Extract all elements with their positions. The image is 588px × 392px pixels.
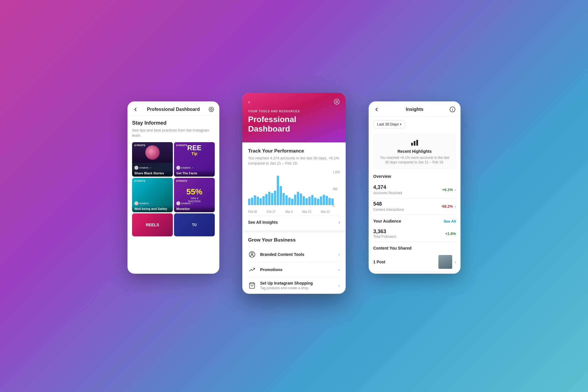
promotions-text: Promotions <box>260 267 283 272</box>
settings-icon-left[interactable] <box>208 106 215 113</box>
grid-posts-3: 6 POSTS <box>134 179 145 182</box>
branded-content-left: Branded Content Tools <box>248 250 304 258</box>
content-interactions-value: 548 <box>373 201 404 207</box>
followers-info: 3,363 Total Followers <box>373 229 396 239</box>
accounts-reached-label: Accounts Reached <box>373 191 402 195</box>
chart-bars <box>248 171 340 205</box>
bar-3 <box>254 195 256 205</box>
chart-x-axis: Feb 20 Feb 27 Mar 6 Mar 13 Mar 21 <box>248 210 340 213</box>
date-filter-button[interactable]: Last 30 Days ▾ <box>373 120 405 128</box>
back-button-center[interactable]: ‹ <box>248 99 250 105</box>
grid-item-6[interactable]: TU <box>174 213 215 236</box>
bar-22 <box>308 197 311 205</box>
bar-16 <box>291 199 293 205</box>
svg-point-0 <box>209 107 214 112</box>
bar-10 <box>274 191 276 205</box>
grid-posts-1: 6 POSTS <box>134 144 145 147</box>
content-interactions-change: -58.2% <box>441 204 453 208</box>
grid-label-4: Monetize <box>174 205 215 212</box>
x-label-1: Feb 20 <box>248 210 257 213</box>
accounts-reached-chevron: › <box>454 188 456 192</box>
bar-21 <box>305 198 308 205</box>
accounts-reached-change: +6.1% <box>442 188 453 192</box>
svg-point-9 <box>452 108 453 109</box>
circle-icon-center[interactable] <box>334 99 340 105</box>
center-screen: ‹ YOUR TOOLS AND RESOURCES Professional … <box>242 93 346 294</box>
bar-15 <box>288 198 291 205</box>
y-min: 0 <box>333 204 340 207</box>
bar-25 <box>317 199 319 205</box>
bar-26 <box>320 196 322 205</box>
bar-7 <box>265 194 268 205</box>
recent-highlights-desc: You reached +6.1% more accounts in the l… <box>378 155 451 165</box>
content-interactions-info: 548 Content Interactions <box>373 201 404 212</box>
grid-item-5[interactable]: REELS <box>132 213 173 236</box>
content-interactions-row[interactable]: 548 Content Interactions -58.2% › <box>373 198 456 215</box>
content-shared-section: Content You Shared 1 Post › <box>373 246 456 271</box>
grid-item-4[interactable]: 55% TIPS 4SUCCESS 8 POSTS creators ✓ Mon… <box>174 178 215 212</box>
post-row-chevron: › <box>454 260 456 264</box>
grid-label-3: Well-being and Safety <box>132 205 173 212</box>
recent-highlights-card: Recent Highlights You reached +6.1% more… <box>373 133 456 170</box>
see-all-chevron: › <box>339 220 340 225</box>
right-screen-title: Insights <box>380 107 449 112</box>
left-screen-header: Professional Dashboard <box>127 101 219 115</box>
right-screen-header: Insights <box>369 101 461 117</box>
content-shared-title: Content You Shared <box>373 246 456 250</box>
tools-label: YOUR TOOLS AND RESOURCES <box>248 110 340 113</box>
post-thumbnail <box>438 255 452 269</box>
left-screen: Professional Dashboard Stay Informed See… <box>127 101 219 274</box>
shopping-label: Set Up Instagram Shopping <box>260 281 313 285</box>
shopping-chevron: › <box>339 283 340 288</box>
branded-content-chevron: › <box>339 252 340 257</box>
promotions-item[interactable]: Promotions › <box>248 262 340 277</box>
svg-rect-12 <box>416 140 418 146</box>
info-icon-right[interactable] <box>449 106 456 113</box>
branded-content-text: Branded Content Tools <box>260 252 304 257</box>
svg-point-5 <box>251 253 253 254</box>
audience-see-all[interactable]: See All <box>444 219 456 223</box>
promotions-left: Promotions <box>248 266 283 274</box>
x-label-3: Mar 6 <box>285 210 293 213</box>
accounts-reached-info: 4,374 Accounts Reached <box>373 184 402 195</box>
branded-content-icon <box>248 250 256 258</box>
bar-19 <box>300 194 302 205</box>
back-button-right[interactable] <box>373 106 380 113</box>
shopping-item[interactable]: Set Up Instagram Shopping Tag products a… <box>248 277 340 293</box>
followers-change: +1.6% <box>445 231 456 236</box>
svg-point-3 <box>336 101 338 103</box>
accounts-reached-right: +6.1% › <box>442 188 456 192</box>
right-screen-body: Last 30 Days ▾ Recent Highlights You rea… <box>369 117 461 272</box>
bar-24 <box>314 198 316 205</box>
branded-content-label: Branded Content Tools <box>260 252 304 257</box>
bar-5 <box>260 198 262 205</box>
bar-28 <box>326 196 328 205</box>
content-interactions-label: Content Interactions <box>373 208 404 212</box>
svg-rect-11 <box>414 141 415 146</box>
center-header: ‹ YOUR TOOLS AND RESOURCES Professional … <box>242 93 346 142</box>
bar-13 <box>283 193 285 205</box>
bar-12 <box>280 186 282 205</box>
track-title: Track Your Performance <box>248 148 340 154</box>
promotions-chevron: › <box>339 267 340 272</box>
grid-item-3[interactable]: 6 POSTS creators ✓ Well-being and Safety <box>132 178 173 212</box>
shopping-text: Set Up Instagram Shopping Tag products a… <box>260 281 313 290</box>
shopping-left: Set Up Instagram Shopping Tag products a… <box>248 281 313 290</box>
content-post-row[interactable]: 1 Post › <box>373 253 456 271</box>
bar-17 <box>294 195 296 205</box>
chart-y-axis: 1,920 960 0 <box>333 171 340 208</box>
branded-content-item[interactable]: Branded Content Tools › <box>248 247 340 262</box>
see-all-insights-link[interactable]: See All Insights › <box>248 216 340 226</box>
y-max: 1,920 <box>333 171 340 174</box>
accounts-reached-row[interactable]: 4,374 Accounts Reached +6.1% › <box>373 181 456 198</box>
audience-section-title: Your Audience <box>373 219 401 223</box>
bar-23 <box>311 195 314 205</box>
back-button-left[interactable] <box>132 106 139 113</box>
left-screen-title: Professional Dashboard <box>139 107 208 112</box>
overview-title: Overview <box>373 174 456 179</box>
bar-1 <box>248 199 250 205</box>
grid-item-1[interactable]: 6 POSTS creators ✓ Share Black Stories <box>132 142 173 177</box>
grid-item-2[interactable]: REE Tip 6 POSTS creators ✓ Get The Facts <box>174 142 215 177</box>
bar-8 <box>268 192 270 205</box>
y-mid: 960 <box>333 188 340 191</box>
